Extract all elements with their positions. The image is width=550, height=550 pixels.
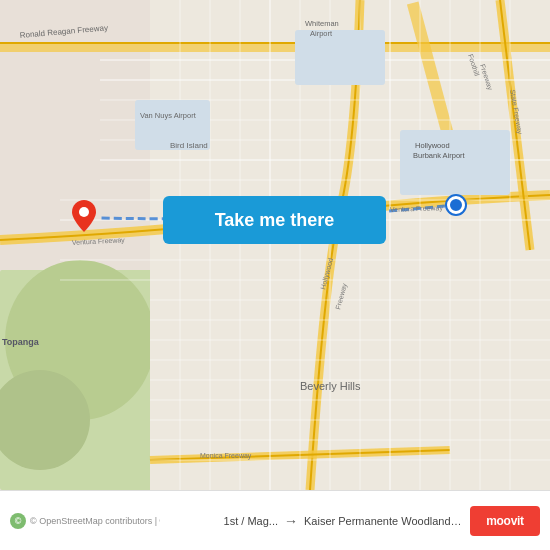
attribution-text: © OpenStreetMap contributors | © OpenMap… bbox=[30, 516, 160, 526]
route-to-label: Kaiser Permanente Woodland Hills M... bbox=[304, 515, 464, 527]
svg-rect-6 bbox=[0, 42, 550, 44]
svg-text:Hollywood: Hollywood bbox=[415, 141, 450, 150]
svg-text:Airport: Airport bbox=[310, 29, 333, 38]
origin-marker bbox=[72, 200, 96, 232]
destination-marker bbox=[447, 196, 465, 214]
moovit-label: moovit bbox=[486, 514, 524, 528]
arrow-icon: → bbox=[284, 513, 298, 529]
app-container: Ronald Reagan Freeway Whiteman Airport V… bbox=[0, 0, 550, 550]
svg-text:Beverly Hills: Beverly Hills bbox=[300, 380, 361, 392]
map-svg: Ronald Reagan Freeway Whiteman Airport V… bbox=[0, 0, 550, 490]
svg-rect-42 bbox=[400, 130, 510, 195]
svg-text:Van Nuys Airport: Van Nuys Airport bbox=[140, 111, 197, 120]
svg-text:Topanga: Topanga bbox=[2, 337, 40, 347]
svg-text:Burbank Airport: Burbank Airport bbox=[413, 151, 466, 160]
route-from-label: 1st / Mag... bbox=[224, 515, 278, 527]
svg-point-60 bbox=[79, 207, 89, 217]
svg-text:Monica Freeway: Monica Freeway bbox=[200, 452, 252, 460]
take-me-there-button[interactable]: Take me there bbox=[163, 196, 386, 244]
route-info: 1st / Mag... → Kaiser Permanente Woodlan… bbox=[224, 513, 464, 529]
map-area: Ronald Reagan Freeway Whiteman Airport V… bbox=[0, 0, 550, 490]
svg-rect-40 bbox=[295, 30, 385, 85]
moovit-logo: moovit bbox=[470, 506, 540, 536]
svg-text:Bird Island: Bird Island bbox=[170, 141, 208, 150]
bottom-bar: © © OpenStreetMap contributors | © OpenM… bbox=[0, 490, 550, 550]
attribution-area: © © OpenStreetMap contributors | © OpenM… bbox=[10, 513, 218, 529]
svg-text:Whiteman: Whiteman bbox=[305, 19, 339, 28]
osm-logo: © bbox=[10, 513, 26, 529]
